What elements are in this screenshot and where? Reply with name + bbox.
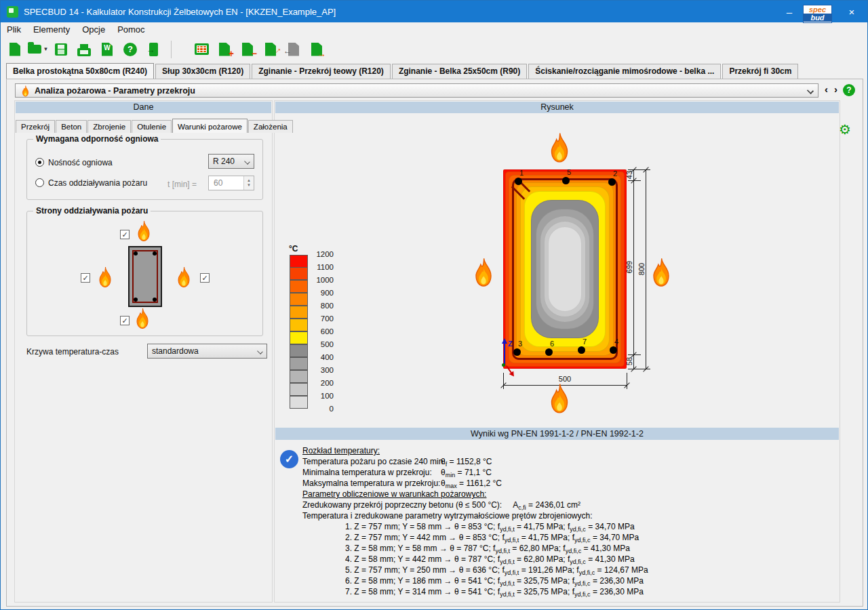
document-tab-1[interactable]: Belka prostokątna 50x80cm (R240) [6, 63, 154, 79]
legend-tick: 400 [312, 353, 334, 361]
result-line: Maksymalna temperatura w przekroju:θmax … [302, 478, 838, 489]
legend-tick: 300 [312, 366, 334, 374]
data-tabs: PrzekrójBetonZbrojenieOtulenieWarunki po… [16, 118, 294, 133]
document-tab-2[interactable]: Słup 30x30cm (R120) [155, 64, 250, 79]
tab-otulenie[interactable]: Otulenie [132, 120, 172, 133]
fire-resistance-group: Wymagana odporność ogniowa Nośność ognio… [26, 139, 263, 200]
menu-pomoc[interactable]: Pomoc [111, 23, 151, 36]
rebar-4 [610, 346, 617, 354]
result-label: Maksymalna temperatura w przekroju: [302, 478, 441, 489]
export-word-icon[interactable]: W [96, 39, 118, 60]
legend-cell [290, 280, 308, 293]
document-tabs: Belka prostokątna 50x80cm (R240)Słup 30x… [6, 63, 800, 79]
fire-icon [547, 383, 572, 414]
chevron-down-icon [257, 348, 263, 354]
result-label: Minimalna temperatura w przekroju: [302, 467, 441, 478]
rebar-6 [545, 348, 553, 356]
result-heading: Parametry obliczeniowe w warunkach pożar… [302, 489, 838, 500]
document-tab-5[interactable]: Ściskanie/rozciąganie mimośrodowe - belk… [528, 64, 721, 79]
fire-side-top-checkbox[interactable]: ✓ [120, 230, 130, 239]
stepper-arrows-icon[interactable]: ▲▼ [243, 176, 254, 190]
result-value: Ac,fi = 2436,01 cm² [513, 500, 580, 510]
delete-element-icon[interactable]: − [237, 39, 258, 60]
legend-tick: 800 [312, 302, 334, 310]
result-item: 6. Z = 58 mm; Y = 186 mm → θ = 541 °C; f… [302, 575, 838, 586]
module-selector[interactable]: Analiza pożarowa - Parametry przekroju [15, 83, 818, 98]
gear-icon[interactable]: ⚙ [839, 121, 851, 138]
chevron-down-icon [244, 159, 250, 165]
fire-duration-radio[interactable] [35, 178, 44, 187]
new-document-icon[interactable] [4, 39, 26, 60]
document-tab-3[interactable]: Zginanie - Przekrój teowy (R120) [252, 64, 391, 79]
fire-side-right-checkbox[interactable]: ✓ [200, 273, 210, 283]
rebar-label-7: 7 [583, 338, 587, 346]
help-icon[interactable]: ? [843, 84, 855, 96]
legend-unit: °C [289, 244, 298, 253]
result-item: 7. Z = 58 mm; Y = 314 mm → θ = 541 °C; f… [302, 586, 838, 597]
rebar-1 [515, 178, 522, 185]
rebar-2 [608, 178, 616, 186]
legend-tick: 100 [312, 392, 334, 400]
next-module-arrow[interactable]: › [834, 85, 837, 94]
legend-cell [290, 383, 308, 396]
legend-cell [290, 267, 308, 280]
exit-icon[interactable] [142, 39, 164, 60]
menu-opcje[interactable]: Opcje [76, 23, 111, 36]
z-axis-label: Z [508, 340, 513, 348]
tab-zbrojenie[interactable]: Zbrojenie [87, 120, 131, 133]
rebar-3 [513, 348, 521, 356]
save-icon[interactable] [50, 39, 72, 60]
previous-element-icon[interactable]: ← [283, 39, 304, 60]
fire-side-left-checkbox[interactable]: ✓ [81, 273, 90, 283]
result-label: Temperatura pożaru po czasie 240 min: [302, 456, 441, 467]
minimize-button[interactable]: – [774, 1, 805, 22]
legend-cell [290, 306, 308, 319]
dim-middle: 699 [625, 253, 633, 281]
legend-cell [290, 344, 308, 357]
prev-module-arrow[interactable]: ‹ [825, 85, 828, 94]
module-selector-label: Analiza pożarowa - Parametry przekroju [35, 86, 195, 96]
rebar-label-4: 4 [614, 338, 618, 346]
result-value: θmin = 71,1 °C [441, 467, 492, 478]
fire-rating-select[interactable]: R 240 [208, 154, 254, 169]
tab-warunki-pożarowe[interactable]: Warunki pożarowe [172, 119, 248, 133]
duplicate-element-icon[interactable]: → [260, 39, 281, 60]
curve-label: Krzywa temperatura-czas [26, 347, 119, 357]
open-file-icon[interactable]: ▼ [27, 39, 49, 60]
fire-resistance-group-title: Wymagana odporność ogniowa [33, 134, 161, 144]
legend-tick: 1100 [312, 263, 334, 271]
fire-duration-radio-label: Czas oddziaływania pożaru [48, 178, 147, 188]
next-element-icon[interactable]: → [306, 39, 328, 60]
window-title: SPECBUD 14 - Kalkulator Konstrukcji Żelb… [24, 7, 336, 17]
legend-cell [290, 357, 308, 370]
specbud-logo: spec bud [803, 5, 832, 23]
tab-przekrój[interactable]: Przekrój [16, 120, 55, 133]
app-icon [7, 6, 18, 18]
stirrup-outline [512, 178, 618, 360]
fire-rating-radio[interactable] [35, 158, 44, 167]
app-window: SPECBUD 14 - Kalkulator Konstrukcji Żelb… [0, 0, 868, 610]
tab-beton[interactable]: Beton [56, 120, 87, 133]
fire-side-bottom-checkbox[interactable]: ✓ [120, 316, 130, 325]
help-icon[interactable]: ? [119, 39, 141, 60]
menu-plik[interactable]: Plik [1, 23, 27, 36]
menu-elementy[interactable]: Elementy [27, 23, 76, 36]
calculator-elements-icon[interactable] [191, 39, 212, 60]
legend-tick: 900 [312, 289, 334, 297]
fire-icon [134, 308, 151, 329]
mini-stirrup [132, 250, 158, 303]
close-button[interactable]: × [836, 1, 867, 22]
legend-tick: 0 [312, 405, 334, 413]
temperature-curve-select[interactable]: standardowa [147, 344, 267, 359]
document-tab-6[interactable]: Przekrój fi 30cm [722, 64, 798, 79]
print-icon[interactable] [73, 39, 95, 60]
document-tab-4[interactable]: Zginanie - Belka 25x50cm (R90) [392, 64, 527, 79]
origin-dot [502, 363, 505, 367]
dim-width: 500 [551, 375, 578, 383]
tab-założenia[interactable]: Założenia [248, 120, 293, 133]
fire-duration-stepper[interactable]: 60 ▲▼ [208, 176, 254, 190]
fire-icon [472, 258, 495, 287]
fire-icon [21, 85, 30, 97]
add-element-icon[interactable]: + [214, 39, 235, 60]
result-line: Zredukowany przekrój poprzeczny betonu (… [302, 500, 838, 510]
